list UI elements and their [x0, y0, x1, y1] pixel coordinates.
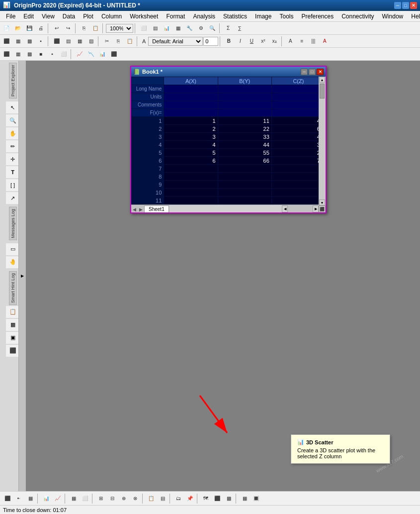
bt-14[interactable]: 🗂 [173, 493, 184, 504]
tb2-1[interactable]: ⬛ [1, 36, 12, 47]
menu-connectivity[interactable]: Connectivity [337, 12, 378, 21]
resize-corner[interactable]: ⬛ [319, 206, 326, 212]
vscroll-down[interactable]: ▼ [319, 200, 325, 206]
paste-btn[interactable]: 📋 [90, 23, 101, 34]
tb2-6[interactable]: ▤ [63, 36, 74, 47]
menu-column[interactable]: Column [97, 12, 126, 21]
tb3-8[interactable]: 📉 [85, 49, 96, 60]
menu-tools[interactable]: Tools [275, 12, 297, 21]
tb3-2[interactable]: ▦ [12, 49, 23, 60]
superscript-btn[interactable]: x² [257, 36, 268, 47]
bt-12[interactable]: 📋 [146, 493, 157, 504]
menu-analysis[interactable]: Analysis [189, 12, 219, 21]
bt-19[interactable]: ▦ [239, 493, 250, 504]
bt-4[interactable]: 📊 [41, 493, 52, 504]
project-explorer-label[interactable]: Project Explorer [9, 63, 17, 99]
tb3-7[interactable]: 📈 [74, 49, 85, 60]
bracket-tool[interactable]: [ ] [6, 179, 20, 191]
save-btn[interactable]: 💾 [24, 23, 35, 34]
book1-vscroll[interactable]: ▲ ▼ [319, 77, 326, 206]
tb-icon3[interactable]: 📊 [161, 23, 172, 34]
book1-minimize[interactable]: ─ [301, 69, 308, 75]
smart-hint-label[interactable]: Smart Hint Log [9, 271, 17, 305]
bt-8[interactable]: ⊞ [95, 493, 106, 504]
tb-icon1[interactable]: ⬜ [138, 23, 149, 34]
tb2-5[interactable]: ⬛ [51, 36, 62, 47]
bt-11[interactable]: ⊗ [130, 493, 141, 504]
bt-16[interactable]: 🗺 [200, 493, 211, 504]
tb-icon4[interactable]: ▦ [172, 23, 183, 34]
menu-edit[interactable]: Edit [19, 12, 38, 21]
undo-btn[interactable]: ↩ [51, 23, 62, 34]
tb3-6[interactable]: ⬜ [58, 49, 69, 60]
underline-btn[interactable]: U [246, 36, 257, 47]
crosshair-tool[interactable]: ✛ [6, 153, 20, 165]
tb-icon8[interactable]: Σ [223, 23, 234, 34]
tb2-4[interactable]: ▪ [35, 36, 46, 47]
bt-2[interactable]: •· [13, 493, 24, 504]
bt-7[interactable]: ⬜ [80, 493, 90, 504]
arrow-tool[interactable]: ↗ [6, 192, 20, 204]
zoom-in-tool[interactable]: 🔍 [6, 114, 20, 126]
font-color-btn[interactable]: A [285, 36, 296, 47]
minimize-button[interactable]: ─ [394, 2, 401, 9]
bt-9[interactable]: ⊟ [107, 493, 118, 504]
menu-preferences[interactable]: Preferences [297, 12, 337, 21]
menu-data[interactable]: Data [59, 12, 79, 21]
menu-image[interactable]: Image [251, 12, 275, 21]
close-button[interactable]: ✕ [410, 2, 417, 9]
lt-icon3[interactable]: ▣ [6, 332, 20, 344]
tb3-10[interactable]: ⬛ [108, 49, 119, 60]
menu-window[interactable]: Window [378, 12, 408, 21]
hscroll-left[interactable]: ◀ [282, 206, 288, 212]
col-b-header[interactable]: B(Y) [218, 77, 271, 85]
messages-log-label[interactable]: Messages Log [9, 207, 17, 240]
redo-btn[interactable]: ↪ [63, 23, 74, 34]
sheet-prev[interactable]: ◀ [131, 206, 138, 212]
vscroll-up[interactable]: ▲ [319, 77, 325, 83]
align-btn[interactable]: ≡ [296, 36, 307, 47]
pan-tool[interactable]: ✋ [6, 127, 20, 139]
bt-17[interactable]: ⬛ [212, 493, 223, 504]
tb2-8[interactable]: ▧ [85, 36, 96, 47]
bt-3[interactable]: ▦ [25, 493, 36, 504]
menu-view[interactable]: View [38, 12, 59, 21]
tb2-3[interactable]: ▩ [24, 36, 35, 47]
cut-btn[interactable]: ✂ [101, 36, 112, 47]
maximize-button[interactable]: □ [402, 2, 409, 9]
tb3-4[interactable]: ■ [35, 49, 46, 60]
tb-icon6[interactable]: ⚙ [195, 23, 206, 34]
rectangle-tool[interactable]: ▭ [6, 243, 20, 255]
left-panel-expand[interactable]: ▶ [18, 61, 25, 491]
fill-btn[interactable]: A [319, 36, 330, 47]
tb-icon9[interactable]: ∑ [234, 23, 245, 34]
menu-worksheet[interactable]: Worksheet [126, 12, 162, 21]
tb-icon2[interactable]: ▤ [150, 23, 161, 34]
tb2-2[interactable]: ▦ [12, 36, 23, 47]
book1-close[interactable]: ✕ [317, 69, 324, 75]
bt-5[interactable]: 📈 [52, 493, 63, 504]
font-select[interactable]: Default: Arial [148, 37, 203, 46]
tb-icon5[interactable]: 🔧 [184, 23, 195, 34]
tb3-5[interactable]: ▪ [47, 49, 58, 60]
new-btn[interactable]: 📄 [1, 23, 12, 34]
book1-maximize[interactable]: □ [309, 69, 316, 75]
tb2-7[interactable]: ▦ [74, 36, 85, 47]
subscript-btn[interactable]: x₂ [269, 36, 280, 47]
lines-btn[interactable]: ||| [308, 36, 319, 47]
draw-tool[interactable]: ✏ [6, 140, 20, 152]
open-btn[interactable]: 📂 [12, 23, 23, 34]
menu-help[interactable]: Help [407, 12, 420, 21]
bold-btn[interactable]: B [223, 36, 234, 47]
print-btn[interactable]: 🖨 [35, 23, 46, 34]
zoom-select[interactable]: 100% [106, 24, 133, 33]
menu-plot[interactable]: Plot [79, 12, 97, 21]
tb-icon7[interactable]: 🔍 [207, 23, 218, 34]
copy2-btn[interactable]: ⎘ [113, 36, 124, 47]
font-size-input[interactable] [203, 37, 218, 46]
bt-18[interactable]: ▩ [223, 493, 234, 504]
bt-20[interactable]: 🔳 [251, 493, 261, 504]
sheet1-tab[interactable]: Sheet1 [144, 206, 169, 212]
bt-10[interactable]: ⊕ [118, 493, 129, 504]
text-tool[interactable]: T [6, 166, 20, 178]
